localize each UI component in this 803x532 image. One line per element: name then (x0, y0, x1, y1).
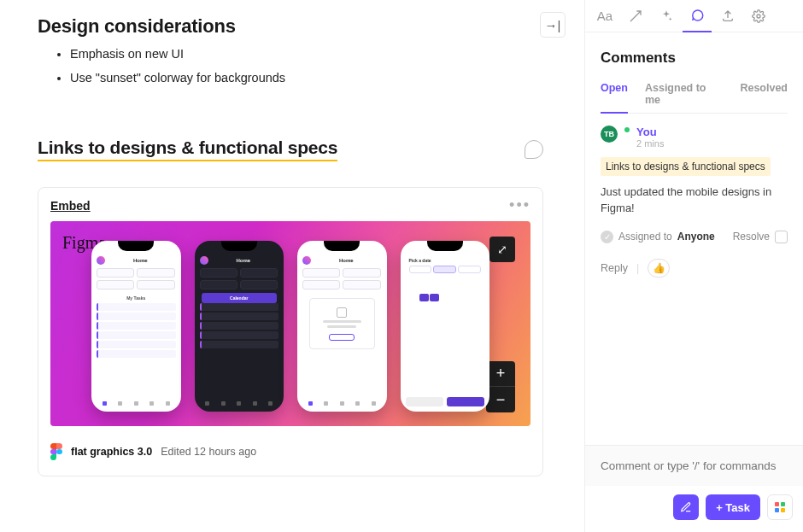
bullet-item: Emphasis on new UI (70, 43, 584, 67)
figma-file-name[interactable]: flat graphics 3.0 (71, 446, 152, 458)
resolve-checkbox[interactable] (775, 231, 788, 243)
text-style-button[interactable]: Aa (590, 3, 619, 29)
figma-canvas[interactable]: Figma ⤢ + − Home My Tasks (50, 221, 530, 426)
collapse-sidebar-button[interactable]: →| (540, 12, 566, 38)
heading-links-to-designs: Links to designs & functional specs (38, 137, 337, 161)
figma-embed-card: Embed ••• Figma ⤢ + − Home My Tas (38, 187, 543, 476)
react-thumbs-up-button[interactable]: 👍 (648, 259, 670, 278)
embed-menu-button[interactable]: ••• (509, 196, 530, 214)
apps-button[interactable] (767, 494, 793, 520)
comments-panel-title: Comments (601, 50, 788, 67)
phone-light-empty: Home (297, 241, 387, 412)
comment-author[interactable]: You (636, 126, 788, 138)
tab-open[interactable]: Open (601, 82, 628, 114)
comment-icon[interactable] (525, 140, 543, 159)
comments-tabs: Open Assigned to me Resolved (601, 82, 788, 114)
presence-indicator-icon (624, 127, 630, 132)
sparkle-button[interactable] (652, 3, 681, 29)
bullet-list: Emphasis on new UI Use "sunset" colorway… (38, 43, 584, 90)
settings-button[interactable] (744, 3, 773, 29)
comment-time: 2 mins (636, 138, 788, 149)
comment-avatar: TB (601, 126, 618, 143)
figma-file-edited: Edited 12 hours ago (161, 446, 256, 458)
reply-button[interactable]: Reply (601, 262, 628, 274)
embed-title[interactable]: Embed (50, 199, 91, 213)
new-task-button[interactable]: + Task (706, 494, 760, 520)
phone-mockups: Home My Tasks Home Calendar (50, 221, 530, 426)
svg-point-0 (757, 15, 760, 18)
ai-button[interactable] (621, 3, 650, 29)
sidebar-toolbar: Aa (585, 0, 803, 32)
comment-message: Just updated the mobile designs in Figma… (601, 184, 788, 217)
comment-thread[interactable]: TB You 2 mins Links to designs & functio… (601, 114, 788, 278)
resolve-label: Resolve (733, 231, 770, 243)
tab-resolved[interactable]: Resolved (740, 82, 788, 113)
phone-light-home: Home My Tasks (91, 241, 181, 412)
bullet-item: Use "sunset" colorway for backgrounds (70, 67, 584, 91)
tab-assigned-to-me[interactable]: Assigned to me (645, 82, 723, 113)
phone-light-calendar: Pick a date (401, 241, 490, 412)
heading-design-considerations: Design considerations (38, 15, 584, 38)
assigned-to-value[interactable]: Anyone (677, 231, 715, 243)
comment-reference[interactable]: Links to designs & functional specs (601, 157, 771, 176)
new-doc-button[interactable] (673, 494, 699, 520)
comments-button[interactable] (683, 0, 712, 32)
figma-file-icon (50, 443, 62, 460)
assigned-check-icon: ✓ (601, 231, 613, 243)
share-button[interactable] (713, 3, 742, 29)
assigned-label: Assigned to (618, 231, 672, 243)
comment-input[interactable] (585, 446, 803, 486)
phone-dark-home: Home Calendar (195, 241, 284, 412)
